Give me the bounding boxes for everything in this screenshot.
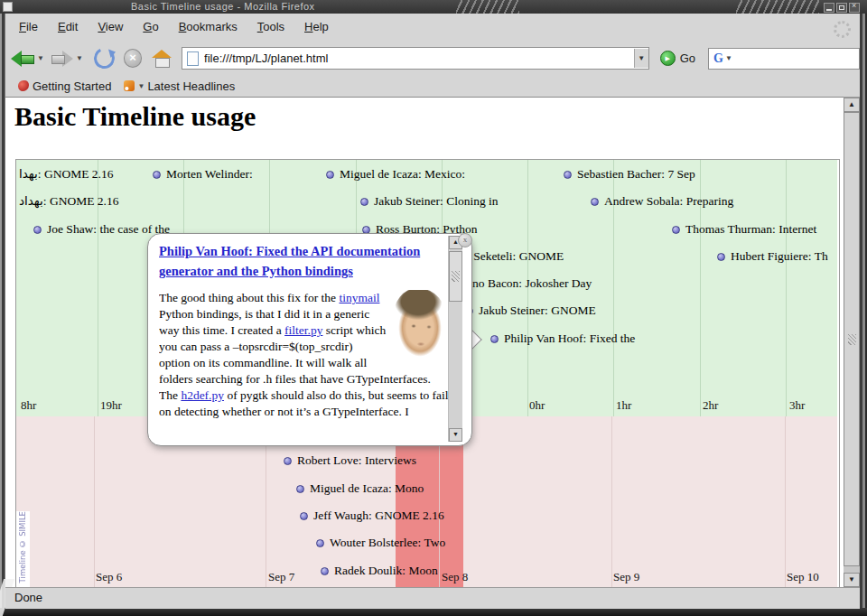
event-dot[interactable]	[153, 171, 161, 179]
timeline-event[interactable]: Andrew Sobala: Preparing	[604, 193, 733, 210]
maximize-button[interactable]	[836, 3, 847, 13]
menu-view[interactable]: View	[93, 14, 127, 40]
day-gridline	[611, 416, 612, 587]
page-icon	[187, 51, 199, 66]
event-dot[interactable]	[490, 335, 499, 343]
popup-scrollbar[interactable]: ▲ ▼	[448, 236, 462, 442]
back-button[interactable]: ▼	[11, 50, 44, 68]
timeline-event[interactable]: Wouter Bolsterlee: Two	[330, 535, 445, 551]
popup-link[interactable]: h2def.py	[181, 388, 224, 402]
getting-started-icon	[18, 80, 29, 91]
back-icon	[11, 50, 36, 68]
stop-button[interactable]: ×	[124, 49, 143, 68]
event-dot[interactable]	[316, 539, 324, 547]
browser-scrollbar[interactable]: ▲ ▼	[844, 98, 860, 587]
event-dot[interactable]	[326, 171, 334, 179]
timeline-event[interactable]: بهداد: GNOME 2.16	[19, 193, 118, 210]
timeline-event[interactable]: Jakub Steiner: GNOME	[479, 303, 596, 319]
window-menu-icon[interactable]	[3, 2, 13, 12]
hour-label: 8hr	[21, 398, 36, 413]
hour-label: 0hr	[529, 398, 545, 413]
reload-button[interactable]	[91, 45, 117, 71]
day-gridline	[785, 416, 786, 587]
event-dot[interactable]	[300, 512, 308, 520]
day-label: Sep 10	[787, 570, 819, 584]
search-engine-icon[interactable]: G	[713, 51, 723, 66]
event-dot[interactable]	[321, 567, 329, 575]
forward-dropdown-icon[interactable]: ▼	[76, 54, 83, 62]
hour-label: 3hr	[789, 398, 805, 413]
window-titlebar[interactable]: Basic Timeline usage - Mozilla Firefox ×	[0, 0, 867, 14]
author-photo	[393, 290, 447, 362]
bookmarks-toolbar: Getting Started ▼ Latest Headlines	[5, 75, 860, 98]
search-engine-dropdown-icon[interactable]: ▼	[725, 54, 732, 62]
timeline-event[interactable]: Sebastien Bacher: 7 Sep	[577, 166, 695, 182]
timeline-event[interactable]: Morten Welinder:	[166, 166, 253, 182]
day-label: Sep 9	[613, 570, 639, 584]
search-input[interactable]	[736, 51, 867, 65]
timeline-event[interactable]: Radek Doulik: Moon	[334, 563, 438, 579]
timeline-event[interactable]: Hubert Figuiere: Th	[731, 248, 828, 265]
timeline-event[interactable]: Jeff Waugh: GNOME 2.16	[313, 508, 444, 524]
timeline-event[interactable]: بهدا: GNOME 2.16	[19, 166, 113, 182]
url-bar[interactable]: ▼	[182, 47, 649, 70]
event-dot[interactable]	[591, 198, 599, 206]
event-dot[interactable]	[672, 226, 680, 234]
status-bar: Done	[5, 587, 860, 609]
torn-edge-decoration	[456, 0, 519, 14]
window-title: Basic Timeline usage - Mozilla Firefox	[131, 1, 315, 12]
popup-scroll-thumb[interactable]	[449, 251, 462, 302]
hour-label: 19hr	[100, 398, 122, 413]
timeline-widget[interactable]: 8hr19hr0hr1hr2hr3hrSep 6Sep 7Sep 8Sep 9S…	[15, 159, 840, 588]
minimize-button[interactable]	[824, 3, 834, 13]
event-dot[interactable]	[360, 198, 368, 206]
event-dot[interactable]	[284, 457, 292, 465]
bookmark-latest-headlines[interactable]: ▼ Latest Headlines	[124, 79, 235, 93]
timeline-watermark: Timeline © SIMILE	[16, 511, 30, 587]
url-dropdown-button[interactable]: ▼	[634, 49, 648, 68]
timeline-event[interactable]: Robert Love: Interviews	[297, 453, 416, 469]
scroll-thumb[interactable]	[844, 112, 860, 566]
popup-title-link[interactable]: Philip Van Hoof: Fixed the API documenta…	[159, 241, 443, 281]
go-button[interactable]: ▶ Go	[660, 51, 695, 66]
scroll-down-icon[interactable]: ▼	[844, 573, 860, 587]
menu-bookmarks[interactable]: Bookmarks	[174, 14, 242, 40]
bookmark-getting-started[interactable]: Getting Started	[18, 79, 111, 93]
timeline-event[interactable]: Jakub Steiner: Cloning in	[374, 193, 499, 210]
close-window-button[interactable]: ×	[849, 3, 860, 13]
popup-link[interactable]: tinymail	[339, 291, 379, 304]
menu-file[interactable]: File	[14, 14, 42, 40]
back-dropdown-icon[interactable]: ▼	[37, 54, 44, 62]
home-icon	[152, 50, 172, 58]
event-dot[interactable]	[33, 226, 42, 234]
hour-gridline	[786, 160, 787, 416]
home-button[interactable]	[151, 50, 172, 68]
timeline-event[interactable]: Miguel de Icaza: Mono	[310, 481, 424, 497]
menu-tools[interactable]: Tools	[253, 14, 289, 40]
day-label: Sep 7	[268, 570, 294, 584]
search-bar[interactable]: G ▼	[708, 48, 860, 70]
timeline-event[interactable]: Miguel de Icaza: Mexico:	[340, 166, 465, 182]
status-text: Done	[14, 591, 42, 604]
event-dot[interactable]	[717, 253, 725, 261]
timeline-event[interactable]: Philip Van Hoof: Fixed the	[504, 331, 635, 347]
day-gridline	[94, 416, 95, 587]
navigation-toolbar: ▼ ▼ × ▼ ▶ Go G ▼	[5, 42, 860, 76]
popup-link[interactable]: filter.py	[284, 323, 322, 337]
hour-label: 1hr	[616, 398, 631, 413]
timeline-event[interactable]: Jono Bacon: Jokosher Day	[461, 275, 592, 292]
url-input[interactable]	[204, 51, 634, 65]
forward-button[interactable]: ▼	[50, 50, 83, 68]
event-dot[interactable]	[564, 171, 572, 179]
window-frame-right	[860, 14, 867, 608]
menu-go[interactable]: Go	[138, 14, 163, 40]
event-popup: x Philip Van Hoof: Fixed the API documen…	[147, 233, 472, 446]
event-dot[interactable]	[296, 485, 304, 493]
menu-help[interactable]: Help	[300, 14, 333, 40]
scroll-up-icon[interactable]: ▲	[844, 98, 860, 112]
menu-edit[interactable]: Edit	[53, 14, 82, 40]
popup-scroll-down-icon[interactable]: ▼	[449, 428, 462, 442]
day-label: Sep 8	[442, 570, 468, 584]
popup-close-icon[interactable]: x	[458, 233, 472, 247]
timeline-event[interactable]: Thomas Thurman: Internet	[685, 221, 816, 238]
